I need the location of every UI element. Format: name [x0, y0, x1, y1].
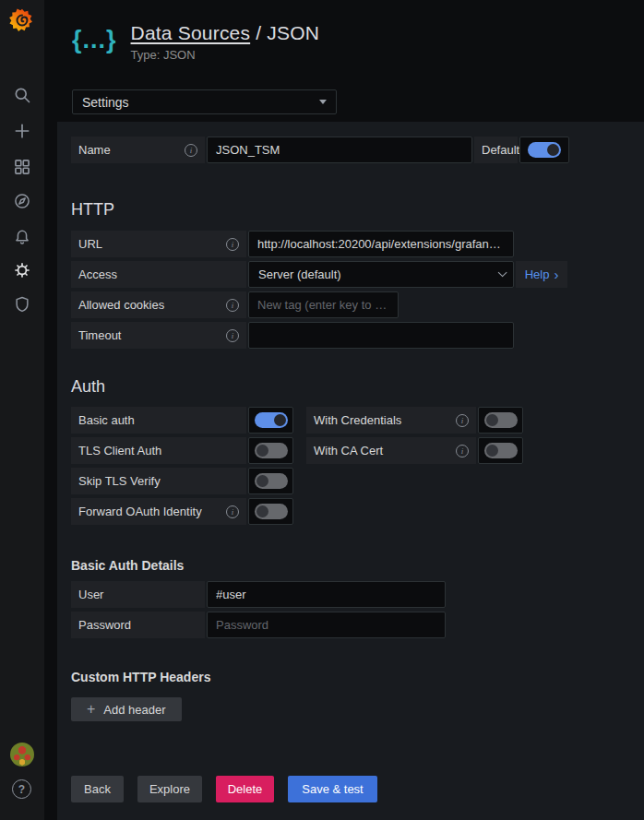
dashboards-grid-icon[interactable] — [12, 157, 32, 177]
password-label-text: Password — [78, 618, 131, 632]
add-header-button-label: Add header — [103, 703, 165, 717]
delete-button[interactable]: Delete — [216, 776, 274, 802]
forward-oauth-label: Forward OAuth Identity — [71, 498, 246, 525]
password-row: Password — [71, 612, 644, 638]
password-label: Password — [71, 612, 205, 638]
timeout-input[interactable] — [248, 322, 514, 349]
server-admin-shield-icon[interactable] — [12, 294, 32, 315]
tls-client-auth-toggle-track — [255, 443, 288, 458]
info-icon[interactable] — [226, 505, 239, 518]
skip-tls-verify-row: Skip TLS Verify — [71, 468, 644, 494]
auth-section-title: Auth — [71, 376, 644, 397]
help-link-text: Help — [525, 267, 550, 281]
with-credentials-label: With Credentials — [306, 407, 476, 434]
user-row: User — [71, 581, 644, 608]
user-label: User — [71, 581, 205, 608]
basic-auth-toggle-track — [255, 412, 288, 428]
skip-tls-verify-toggle-track — [255, 473, 288, 489]
tls-client-auth-label: TLS Client Auth — [71, 437, 246, 464]
custom-http-headers-title: Custom HTTP Headers — [71, 670, 644, 684]
access-select[interactable]: Server (default) — [248, 261, 514, 288]
timeout-label: Timeout — [71, 322, 246, 349]
grafana-logo[interactable] — [9, 7, 35, 33]
allowed-cookies-row: Allowed cookies — [71, 291, 644, 318]
default-toggle[interactable] — [519, 137, 569, 163]
settings-panel: Name Default HTTP URL Access Server (def… — [57, 122, 644, 820]
http-section-title: HTTP — [71, 199, 644, 220]
breadcrumb-current: JSON — [267, 22, 319, 43]
info-icon[interactable] — [456, 445, 469, 458]
save-and-test-button[interactable]: Save & test — [288, 776, 377, 802]
url-label-text: URL — [78, 237, 102, 251]
with-credentials-toggle[interactable] — [478, 407, 523, 434]
skip-tls-verify-toggle[interactable] — [248, 468, 293, 494]
user-label-text: User — [78, 588, 103, 601]
info-icon[interactable] — [185, 144, 197, 157]
page-section-select-value: Settings — [82, 95, 129, 110]
info-icon[interactable] — [226, 329, 239, 342]
back-button[interactable]: Back — [71, 776, 124, 802]
name-row: Name Default — [71, 137, 644, 163]
datasource-type-subtitle: Type: JSON — [131, 48, 320, 62]
url-input[interactable] — [248, 231, 514, 257]
breadcrumb-separator: / — [256, 22, 261, 43]
chevron-down-icon — [498, 267, 507, 277]
help-link[interactable]: Help — [516, 261, 567, 288]
skip-tls-verify-label-text: Skip TLS Verify — [78, 474, 161, 488]
add-header-button[interactable]: Add header — [71, 697, 182, 721]
tls-client-auth-row: TLS Client Auth With CA Cert — [71, 437, 644, 464]
explore-button[interactable]: Explore — [137, 776, 202, 802]
page-header: {...} Data Sources / JSON Type: JSON — [72, 22, 319, 62]
name-label-text: Name — [78, 143, 111, 157]
info-icon[interactable] — [226, 238, 239, 251]
name-label: Name — [71, 137, 205, 163]
action-buttons: Back Explore Delete Save & test — [71, 776, 644, 802]
forward-oauth-toggle-track — [255, 504, 288, 519]
grafana-flame-icon — [9, 7, 35, 33]
info-icon[interactable] — [226, 299, 239, 312]
forward-oauth-label-text: Forward OAuth Identity — [78, 505, 202, 518]
timeout-row: Timeout — [71, 322, 644, 349]
with-credentials-toggle-track — [484, 412, 518, 428]
forward-oauth-row: Forward OAuth Identity — [71, 498, 644, 525]
basic-auth-label: Basic auth — [71, 407, 246, 434]
allowed-cookies-input[interactable] — [248, 291, 399, 318]
create-plus-icon[interactable] — [12, 121, 32, 141]
user-avatar[interactable] — [10, 743, 34, 767]
forward-oauth-toggle[interactable] — [248, 498, 293, 525]
default-label: Default — [474, 137, 518, 163]
tls-client-auth-label-text: TLS Client Auth — [78, 444, 161, 458]
skip-tls-verify-label: Skip TLS Verify — [71, 468, 246, 494]
page-title: Data Sources / JSON — [131, 22, 320, 44]
info-icon[interactable] — [456, 414, 469, 427]
json-datasource-icon: {...} — [72, 22, 117, 62]
search-icon[interactable] — [12, 85, 32, 105]
name-input[interactable] — [207, 137, 472, 163]
tls-client-auth-toggle[interactable] — [248, 437, 293, 464]
access-label-text: Access — [78, 267, 117, 281]
page-section-select[interactable]: Settings — [72, 89, 337, 114]
alerting-bell-icon[interactable] — [12, 227, 32, 247]
basic-auth-label-text: Basic auth — [78, 413, 135, 427]
breadcrumb-data-sources-link[interactable]: Data Sources — [131, 22, 251, 43]
caret-down-icon — [319, 100, 327, 104]
configuration-gear-icon[interactable] — [12, 260, 32, 280]
default-label-text: Default — [482, 143, 519, 157]
with-credentials-label-text: With Credentials — [314, 413, 401, 427]
with-ca-cert-toggle[interactable] — [478, 437, 523, 464]
with-ca-cert-label: With CA Cert — [306, 437, 476, 464]
nav-sidebar — [0, 0, 44, 820]
access-row: Access Server (default) Help — [71, 261, 644, 288]
help-icon[interactable] — [12, 779, 31, 799]
access-select-value: Server (default) — [258, 267, 341, 281]
explore-compass-icon[interactable] — [12, 191, 32, 211]
with-ca-cert-toggle-track — [484, 443, 518, 458]
default-toggle-track — [528, 142, 561, 158]
url-label: URL — [71, 231, 246, 257]
allowed-cookies-label: Allowed cookies — [71, 291, 246, 318]
url-row: URL — [71, 231, 644, 257]
user-input[interactable] — [207, 581, 446, 608]
basic-auth-toggle[interactable] — [248, 407, 293, 434]
password-input[interactable] — [207, 612, 446, 638]
with-ca-cert-label-text: With CA Cert — [314, 444, 383, 458]
